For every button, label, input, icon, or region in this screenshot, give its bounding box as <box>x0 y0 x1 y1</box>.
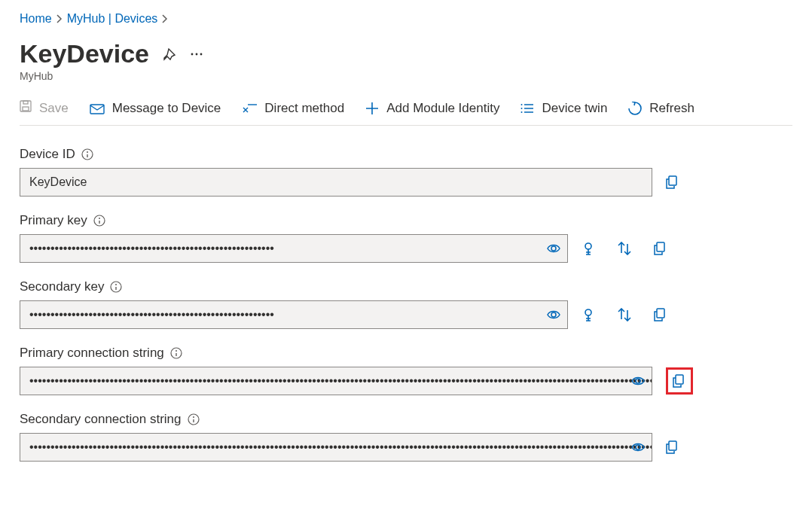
highlighted-copy <box>666 367 693 395</box>
swap-icon[interactable] <box>618 242 631 255</box>
save-icon <box>20 100 32 116</box>
info-icon[interactable] <box>188 413 200 425</box>
primary-key-label: Primary key <box>20 213 87 228</box>
primary-key-field: Primary key ••••••••••••••••••••••••••••… <box>20 213 792 263</box>
secondary-cs-label: Secondary connection string <box>20 412 182 427</box>
eye-icon[interactable] <box>631 375 645 387</box>
chevron-right-icon <box>56 14 63 23</box>
device-twin-label: Device twin <box>542 101 607 116</box>
device-id-input[interactable]: KeyDevice <box>20 168 652 197</box>
secondary-cs-input[interactable]: ••••••••••••••••••••••••••••••••••••••••… <box>20 433 652 462</box>
chevron-right-icon <box>162 14 168 23</box>
direct-method-icon <box>242 103 257 114</box>
copy-icon[interactable] <box>654 242 667 255</box>
pin-icon[interactable] <box>163 47 176 61</box>
copy-icon[interactable] <box>666 440 679 454</box>
primary-cs-label: Primary connection string <box>20 346 164 361</box>
toolbar: Save Message to Device Direct method Add… <box>20 100 792 126</box>
copy-icon[interactable] <box>654 308 667 321</box>
regenerate-key-icon[interactable] <box>582 308 595 321</box>
secondary-key-label: Secondary key <box>20 279 104 294</box>
breadcrumb: Home MyHub | Devices <box>20 12 792 26</box>
info-icon[interactable] <box>110 281 122 293</box>
device-twin-button[interactable]: Device twin <box>520 101 607 116</box>
primary-key-input[interactable]: ••••••••••••••••••••••••••••••••••••••••… <box>20 234 568 263</box>
info-icon[interactable] <box>170 347 182 359</box>
copy-icon[interactable] <box>666 175 679 189</box>
breadcrumb-home[interactable]: Home <box>20 12 52 26</box>
secondary-key-field: Secondary key ••••••••••••••••••••••••••… <box>20 279 792 329</box>
swap-icon[interactable] <box>618 308 631 321</box>
eye-icon[interactable] <box>547 309 560 321</box>
primary-cs-input[interactable]: ••••••••••••••••••••••••••••••••••••••••… <box>20 367 652 395</box>
regenerate-key-icon[interactable] <box>582 242 595 255</box>
more-icon[interactable] <box>190 52 203 56</box>
add-module-label: Add Module Identity <box>386 101 499 116</box>
info-icon[interactable] <box>93 215 105 227</box>
eye-icon[interactable] <box>547 242 560 254</box>
primary-connection-string-field: Primary connection string ••••••••••••••… <box>20 346 792 395</box>
message-to-device-button[interactable]: Message to Device <box>90 101 221 116</box>
plus-icon <box>365 102 379 115</box>
list-icon <box>520 102 534 114</box>
direct-method-button[interactable]: Direct method <box>242 101 344 116</box>
page-title: KeyDevice <box>20 39 149 69</box>
save-button: Save <box>20 100 69 116</box>
breadcrumb-hub-devices[interactable]: MyHub | Devices <box>67 12 158 26</box>
refresh-icon <box>628 102 642 115</box>
message-label: Message to Device <box>112 101 221 116</box>
copy-icon[interactable] <box>673 374 686 388</box>
save-label: Save <box>39 101 69 116</box>
info-icon[interactable] <box>81 148 93 160</box>
refresh-button[interactable]: Refresh <box>628 101 694 116</box>
eye-icon[interactable] <box>631 441 645 453</box>
device-id-label: Device ID <box>20 147 75 162</box>
add-module-identity-button[interactable]: Add Module Identity <box>365 101 499 116</box>
device-id-field: Device ID KeyDevice <box>20 147 792 197</box>
direct-method-label: Direct method <box>264 101 344 116</box>
page-subtitle: MyHub <box>20 70 792 82</box>
refresh-label: Refresh <box>649 101 694 116</box>
secondary-key-input[interactable]: ••••••••••••••••••••••••••••••••••••••••… <box>20 300 568 329</box>
mail-icon <box>90 102 105 114</box>
secondary-connection-string-field: Secondary connection string ••••••••••••… <box>20 412 792 462</box>
